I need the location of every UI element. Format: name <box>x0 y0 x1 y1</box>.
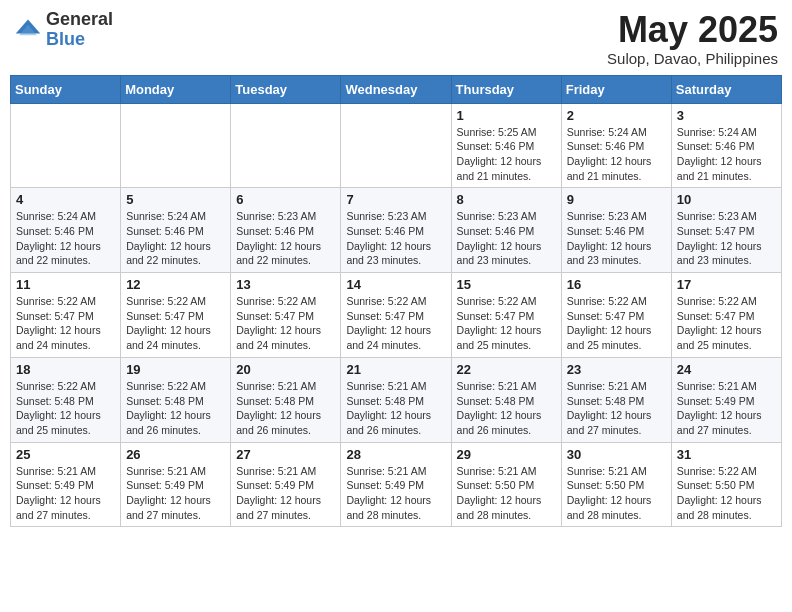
day-cell: 16Sunrise: 5:22 AMSunset: 5:47 PMDayligh… <box>561 273 671 358</box>
week-row-2: 4Sunrise: 5:24 AMSunset: 5:46 PMDaylight… <box>11 188 782 273</box>
day-info: Sunrise: 5:22 AMSunset: 5:47 PMDaylight:… <box>457 294 556 353</box>
day-number: 12 <box>126 277 225 292</box>
location-subtitle: Sulop, Davao, Philippines <box>607 50 778 67</box>
day-cell: 4Sunrise: 5:24 AMSunset: 5:46 PMDaylight… <box>11 188 121 273</box>
day-info: Sunrise: 5:21 AMSunset: 5:48 PMDaylight:… <box>346 379 445 438</box>
day-info: Sunrise: 5:21 AMSunset: 5:49 PMDaylight:… <box>677 379 776 438</box>
day-info: Sunrise: 5:23 AMSunset: 5:46 PMDaylight:… <box>457 209 556 268</box>
day-cell: 17Sunrise: 5:22 AMSunset: 5:47 PMDayligh… <box>671 273 781 358</box>
page-header: General Blue May 2025 Sulop, Davao, Phil… <box>10 10 782 67</box>
day-cell: 9Sunrise: 5:23 AMSunset: 5:46 PMDaylight… <box>561 188 671 273</box>
day-info: Sunrise: 5:22 AMSunset: 5:47 PMDaylight:… <box>236 294 335 353</box>
day-info: Sunrise: 5:22 AMSunset: 5:47 PMDaylight:… <box>126 294 225 353</box>
day-info: Sunrise: 5:21 AMSunset: 5:48 PMDaylight:… <box>457 379 556 438</box>
day-info: Sunrise: 5:22 AMSunset: 5:50 PMDaylight:… <box>677 464 776 523</box>
day-cell: 27Sunrise: 5:21 AMSunset: 5:49 PMDayligh… <box>231 442 341 527</box>
header-thursday: Thursday <box>451 75 561 103</box>
day-cell: 21Sunrise: 5:21 AMSunset: 5:48 PMDayligh… <box>341 357 451 442</box>
logo-text: General Blue <box>46 10 113 50</box>
day-number: 15 <box>457 277 556 292</box>
day-cell: 6Sunrise: 5:23 AMSunset: 5:46 PMDaylight… <box>231 188 341 273</box>
day-cell: 5Sunrise: 5:24 AMSunset: 5:46 PMDaylight… <box>121 188 231 273</box>
logo-blue-text: Blue <box>46 30 113 50</box>
day-number: 22 <box>457 362 556 377</box>
day-number: 28 <box>346 447 445 462</box>
day-cell: 14Sunrise: 5:22 AMSunset: 5:47 PMDayligh… <box>341 273 451 358</box>
day-cell <box>11 103 121 188</box>
day-cell: 12Sunrise: 5:22 AMSunset: 5:47 PMDayligh… <box>121 273 231 358</box>
header-row: SundayMondayTuesdayWednesdayThursdayFrid… <box>11 75 782 103</box>
day-cell: 7Sunrise: 5:23 AMSunset: 5:46 PMDaylight… <box>341 188 451 273</box>
day-cell: 1Sunrise: 5:25 AMSunset: 5:46 PMDaylight… <box>451 103 561 188</box>
day-number: 29 <box>457 447 556 462</box>
day-number: 10 <box>677 192 776 207</box>
day-info: Sunrise: 5:24 AMSunset: 5:46 PMDaylight:… <box>16 209 115 268</box>
day-number: 20 <box>236 362 335 377</box>
day-number: 8 <box>457 192 556 207</box>
day-number: 9 <box>567 192 666 207</box>
day-info: Sunrise: 5:21 AMSunset: 5:49 PMDaylight:… <box>236 464 335 523</box>
day-info: Sunrise: 5:21 AMSunset: 5:50 PMDaylight:… <box>567 464 666 523</box>
logo-general-text: General <box>46 10 113 30</box>
day-number: 16 <box>567 277 666 292</box>
day-number: 23 <box>567 362 666 377</box>
day-info: Sunrise: 5:21 AMSunset: 5:49 PMDaylight:… <box>16 464 115 523</box>
day-cell: 31Sunrise: 5:22 AMSunset: 5:50 PMDayligh… <box>671 442 781 527</box>
day-cell: 20Sunrise: 5:21 AMSunset: 5:48 PMDayligh… <box>231 357 341 442</box>
day-cell <box>341 103 451 188</box>
day-number: 6 <box>236 192 335 207</box>
day-info: Sunrise: 5:21 AMSunset: 5:48 PMDaylight:… <box>567 379 666 438</box>
day-cell: 13Sunrise: 5:22 AMSunset: 5:47 PMDayligh… <box>231 273 341 358</box>
day-info: Sunrise: 5:21 AMSunset: 5:49 PMDaylight:… <box>126 464 225 523</box>
day-number: 18 <box>16 362 115 377</box>
day-info: Sunrise: 5:23 AMSunset: 5:46 PMDaylight:… <box>236 209 335 268</box>
day-number: 17 <box>677 277 776 292</box>
header-monday: Monday <box>121 75 231 103</box>
week-row-1: 1Sunrise: 5:25 AMSunset: 5:46 PMDaylight… <box>11 103 782 188</box>
day-cell: 26Sunrise: 5:21 AMSunset: 5:49 PMDayligh… <box>121 442 231 527</box>
day-number: 26 <box>126 447 225 462</box>
day-number: 31 <box>677 447 776 462</box>
week-row-3: 11Sunrise: 5:22 AMSunset: 5:47 PMDayligh… <box>11 273 782 358</box>
day-number: 30 <box>567 447 666 462</box>
day-cell <box>231 103 341 188</box>
day-number: 3 <box>677 108 776 123</box>
day-number: 14 <box>346 277 445 292</box>
day-info: Sunrise: 5:24 AMSunset: 5:46 PMDaylight:… <box>126 209 225 268</box>
day-cell <box>121 103 231 188</box>
day-cell: 3Sunrise: 5:24 AMSunset: 5:46 PMDaylight… <box>671 103 781 188</box>
day-number: 27 <box>236 447 335 462</box>
header-friday: Friday <box>561 75 671 103</box>
day-number: 2 <box>567 108 666 123</box>
header-wednesday: Wednesday <box>341 75 451 103</box>
day-cell: 25Sunrise: 5:21 AMSunset: 5:49 PMDayligh… <box>11 442 121 527</box>
day-cell: 10Sunrise: 5:23 AMSunset: 5:47 PMDayligh… <box>671 188 781 273</box>
day-cell: 2Sunrise: 5:24 AMSunset: 5:46 PMDaylight… <box>561 103 671 188</box>
day-number: 4 <box>16 192 115 207</box>
header-tuesday: Tuesday <box>231 75 341 103</box>
day-cell: 15Sunrise: 5:22 AMSunset: 5:47 PMDayligh… <box>451 273 561 358</box>
day-info: Sunrise: 5:21 AMSunset: 5:49 PMDaylight:… <box>346 464 445 523</box>
header-saturday: Saturday <box>671 75 781 103</box>
day-cell: 18Sunrise: 5:22 AMSunset: 5:48 PMDayligh… <box>11 357 121 442</box>
day-info: Sunrise: 5:22 AMSunset: 5:47 PMDaylight:… <box>16 294 115 353</box>
logo: General Blue <box>14 10 113 50</box>
day-number: 13 <box>236 277 335 292</box>
day-cell: 24Sunrise: 5:21 AMSunset: 5:49 PMDayligh… <box>671 357 781 442</box>
day-info: Sunrise: 5:21 AMSunset: 5:48 PMDaylight:… <box>236 379 335 438</box>
logo-icon <box>14 16 42 44</box>
day-cell: 22Sunrise: 5:21 AMSunset: 5:48 PMDayligh… <box>451 357 561 442</box>
day-info: Sunrise: 5:22 AMSunset: 5:47 PMDaylight:… <box>567 294 666 353</box>
day-info: Sunrise: 5:24 AMSunset: 5:46 PMDaylight:… <box>567 125 666 184</box>
header-sunday: Sunday <box>11 75 121 103</box>
day-number: 7 <box>346 192 445 207</box>
day-cell: 28Sunrise: 5:21 AMSunset: 5:49 PMDayligh… <box>341 442 451 527</box>
day-cell: 30Sunrise: 5:21 AMSunset: 5:50 PMDayligh… <box>561 442 671 527</box>
day-cell: 8Sunrise: 5:23 AMSunset: 5:46 PMDaylight… <box>451 188 561 273</box>
day-info: Sunrise: 5:21 AMSunset: 5:50 PMDaylight:… <box>457 464 556 523</box>
day-number: 1 <box>457 108 556 123</box>
day-info: Sunrise: 5:25 AMSunset: 5:46 PMDaylight:… <box>457 125 556 184</box>
day-info: Sunrise: 5:22 AMSunset: 5:48 PMDaylight:… <box>16 379 115 438</box>
day-info: Sunrise: 5:23 AMSunset: 5:46 PMDaylight:… <box>346 209 445 268</box>
day-number: 24 <box>677 362 776 377</box>
